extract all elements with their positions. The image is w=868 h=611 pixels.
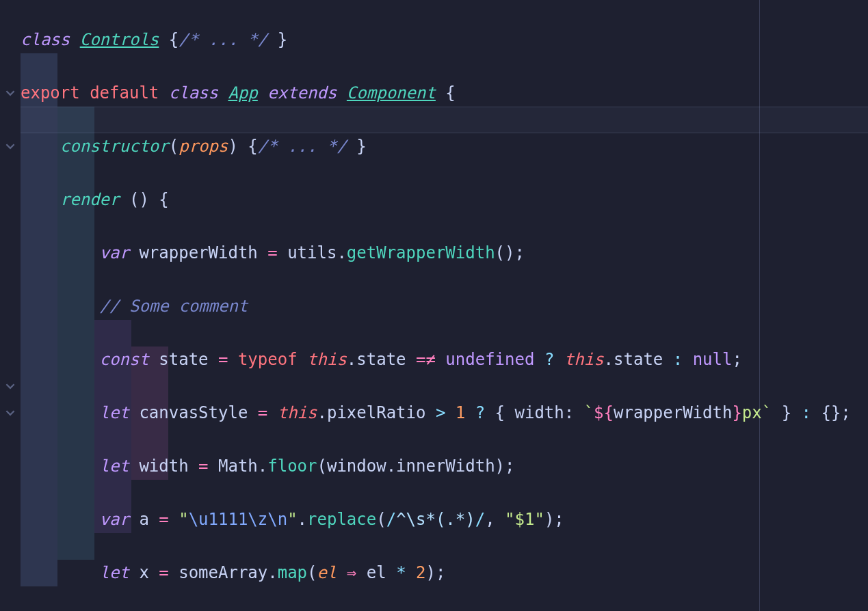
code-line[interactable]: let canvasStyle = this.pixelRatio > 1 ? … xyxy=(21,400,868,426)
fold-toggle-icon[interactable] xyxy=(5,328,15,338)
fold-toggle-icon[interactable] xyxy=(5,355,15,364)
code-line[interactable]: var a = "\u1111\z\n".replace(/^\s*(.*)/,… xyxy=(21,506,868,533)
gutter xyxy=(0,0,21,611)
fold-toggle-icon[interactable] xyxy=(5,35,15,44)
code-line[interactable]: let width = Math.floor(window.innerWidth… xyxy=(21,453,868,480)
code-line[interactable]: // Some comment xyxy=(21,293,868,320)
code-editor[interactable]: class Controls {/* ... */ } export defau… xyxy=(0,0,868,611)
code-line[interactable]: constructor(props) {/* ... */ } xyxy=(21,133,868,160)
mouse-cursor-icon xyxy=(841,4,858,25)
code-line[interactable]: export default class App extends Compone… xyxy=(21,80,868,107)
code-line[interactable]: const state = typeof this.state =≠ undef… xyxy=(21,347,868,373)
fold-toggle-icon[interactable] xyxy=(5,88,15,98)
code-line[interactable]: var wrapperWidth = utils.getWrapperWidth… xyxy=(21,240,868,267)
code-line[interactable]: let x = someArray.map(el ⇒ el * 2); xyxy=(21,560,868,586)
code-area[interactable]: class Controls {/* ... */ } export defau… xyxy=(21,0,868,611)
code-line[interactable]: class Controls {/* ... */ } xyxy=(21,27,868,53)
code-line[interactable]: render () { xyxy=(21,187,868,213)
